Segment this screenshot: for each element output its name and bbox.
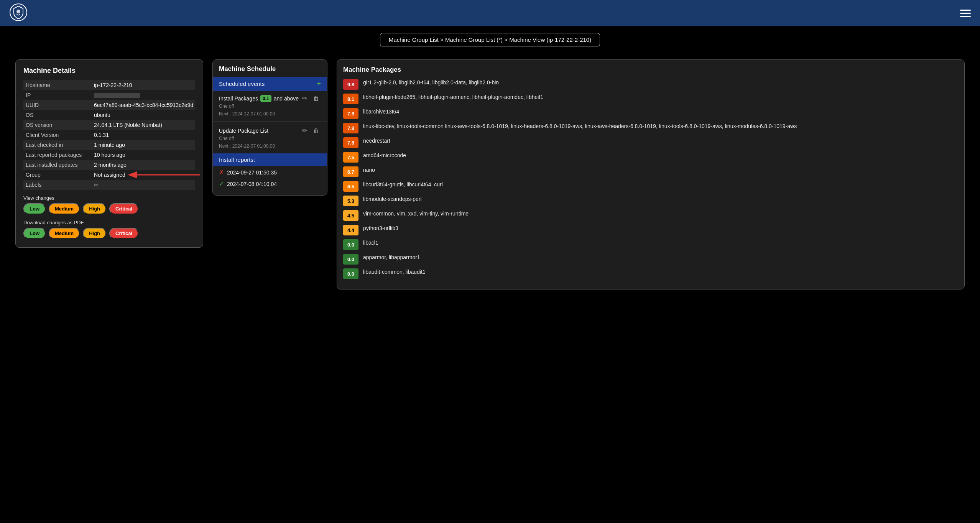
field-label: Client Version — [23, 130, 92, 140]
machine-schedule-card: Machine Schedule Scheduled events + Inst… — [212, 59, 327, 196]
pkg-name: libarchive13t64 — [363, 108, 399, 116]
pkg-name: libheif-plugin-libde265, libheif-plugin-… — [363, 94, 543, 101]
item1-next: Next : 2024-12-07 01:00:00 — [219, 111, 321, 117]
field-value: ✏ — [92, 180, 195, 190]
field-label: Group — [23, 170, 92, 180]
table-row: IP — [23, 90, 195, 100]
pkg-row: 5.3 libmodule-scandeps-perl — [343, 196, 958, 206]
pkg-name: libmodule-scandeps-perl — [363, 196, 422, 203]
update-pkg-text: Update Package List — [219, 128, 268, 134]
score-badge: 7.8 — [343, 108, 358, 119]
pkg-row: 0.0 libaudit-common, libaudit1 — [343, 268, 958, 279]
field-label: Hostname — [23, 80, 92, 90]
packages-title: Machine Packages — [343, 66, 958, 74]
schedule-item-2: Update Package List ✏ 🗑 One off Next : 2… — [213, 123, 327, 152]
schedule-title: Machine Schedule — [213, 60, 327, 77]
field-value-group: Not assigned — [92, 170, 195, 180]
badge-medium-download[interactable]: Medium — [49, 228, 80, 239]
pkg-row: 6.5 libcurl3t64-gnutls, libcurl4t64, cur… — [343, 181, 958, 192]
redacted-ip — [94, 93, 140, 98]
field-label: Last checked in — [23, 140, 92, 150]
table-row: Hostname ip-172-22-2-210 — [23, 80, 195, 90]
detail-table: Hostname ip-172-22-2-210 IP UUID 6ec47a8… — [23, 80, 195, 190]
score-badge: 4.5 — [343, 210, 358, 221]
add-event-button[interactable]: + — [317, 80, 321, 88]
score-badge: 8.1 — [343, 94, 358, 104]
badge-critical-download[interactable]: Critical — [109, 228, 138, 239]
edit-item1-button[interactable]: ✏ — [301, 94, 309, 103]
field-value: 24.04.1 LTS (Noble Numbat) — [92, 120, 195, 130]
svg-point-1 — [16, 10, 20, 13]
score-badge: 7.8 — [343, 137, 358, 148]
schedule-divider — [213, 121, 327, 122]
field-label: Last installed updates — [23, 160, 92, 170]
breadcrumb[interactable]: Machine Group List > Machine Group List … — [380, 33, 600, 46]
pkg-row: 0.0 libacl1 — [343, 239, 958, 250]
scheduled-events-bar: Scheduled events + — [213, 77, 327, 91]
field-value: 10 hours ago — [92, 150, 195, 160]
score-badge: 0.0 — [343, 254, 358, 265]
pkg-name: libaudit-common, libaudit1 — [363, 268, 426, 276]
pkg-row: 7.5 amd64-microcode — [343, 152, 958, 163]
view-changes-badges: Low Medium High Critical — [23, 203, 195, 214]
pkg-name: libcurl3t64-gnutls, libcurl4t64, curl — [363, 181, 443, 189]
pkg-row: 7.8 needrestart — [343, 137, 958, 148]
hamburger-menu[interactable] — [960, 10, 971, 17]
report-row-1[interactable]: ✗ 2024-09-27 01:50:35 — [213, 166, 327, 178]
score-badge: 6.7 — [343, 166, 358, 177]
update-pkg-label: Update Package List — [219, 128, 268, 134]
table-row: UUID 6ec47a80-aaab-45c3-bc84-fcc5913c2e9… — [23, 100, 195, 110]
score-badge: 6.5 — [343, 181, 358, 192]
annotation-arrow — [127, 169, 204, 181]
score-badge: 7.5 — [343, 152, 358, 163]
report-row-2[interactable]: ✓ 2024-07-08 04:10:04 — [213, 178, 327, 189]
report-date-2: 2024-07-08 04:10:04 — [227, 181, 277, 187]
table-row: Last installed updates 2 months ago — [23, 160, 195, 170]
field-value: ubuntu — [92, 110, 195, 120]
pkg-row: 7.8 linux-libc-dev, linux-tools-common l… — [343, 123, 958, 133]
field-value: 2 months ago — [92, 160, 195, 170]
labels-edit-icon[interactable]: ✏ — [94, 182, 99, 188]
item2-next: Next : 2024-12-07 01:00:00 — [219, 143, 321, 149]
badge-high-view[interactable]: High — [83, 203, 106, 214]
field-value — [92, 90, 195, 100]
logo — [9, 3, 28, 23]
score-badge: 0.0 — [343, 239, 358, 250]
pkg-row: 9.8 gir1.2-glib-2.0, libglib2.0-t64, lib… — [343, 79, 958, 90]
pkg-row: 4.5 vim-common, vim, xxd, vim-tiny, vim-… — [343, 210, 958, 221]
badge-critical-view[interactable]: Critical — [109, 203, 138, 214]
delete-item2-button[interactable]: 🗑 — [312, 127, 321, 135]
field-label: OS version — [23, 120, 92, 130]
table-row: Labels ✏ — [23, 180, 195, 190]
pkg-name: gir1.2-glib-2.0, libglib2.0-t64, libglib… — [363, 79, 499, 87]
item1-type: One off — [219, 104, 321, 109]
edit-item2-button[interactable]: ✏ — [301, 126, 309, 135]
install-and-above: and above — [274, 95, 299, 102]
badge-low-download[interactable]: Low — [23, 228, 46, 239]
field-value: 0.1.31 — [92, 130, 195, 140]
item1-icons: ✏ 🗑 — [301, 94, 321, 103]
machine-details-card: Machine Details Hostname ip-172-22-2-210… — [15, 59, 203, 248]
pkg-row: 4.4 python3-urllib3 — [343, 225, 958, 235]
score-badge: 0.0 — [343, 268, 358, 279]
pkg-row: 0.0 apparmor, libapparmor1 — [343, 254, 958, 265]
pkg-row: 7.8 libarchive13t64 — [343, 108, 958, 119]
view-changes-label: View changes — [23, 195, 195, 201]
pkg-row: 8.1 libheif-plugin-libde265, libheif-plu… — [343, 94, 958, 104]
machine-packages-panel: Machine Packages 9.8 gir1.2-glib-2.0, li… — [337, 59, 965, 289]
field-value: 6ec47a80-aaab-45c3-bc84-fcc5913c2e9d — [92, 100, 195, 110]
item2-icons: ✏ 🗑 — [301, 126, 321, 135]
delete-item1-button[interactable]: 🗑 — [312, 94, 321, 103]
score-badge: 5.3 — [343, 196, 358, 206]
install-packages-text: Install Packages — [219, 95, 258, 102]
badge-low-view[interactable]: Low — [23, 203, 46, 214]
badge-medium-view[interactable]: Medium — [49, 203, 80, 214]
table-row: Last reported packages 10 hours ago — [23, 150, 195, 160]
badge-high-download[interactable]: High — [83, 228, 106, 239]
field-label: Labels — [23, 180, 92, 190]
schedule-item-1: Install Packages 0.1 and above ✏ 🗑 One o… — [213, 91, 327, 120]
app-header — [0, 0, 980, 26]
pkg-name: linux-libc-dev, linux-tools-common linux… — [363, 123, 797, 130]
pkg-name: apparmor, libapparmor1 — [363, 254, 420, 262]
table-row-group: Group Not assigned — [23, 170, 195, 180]
